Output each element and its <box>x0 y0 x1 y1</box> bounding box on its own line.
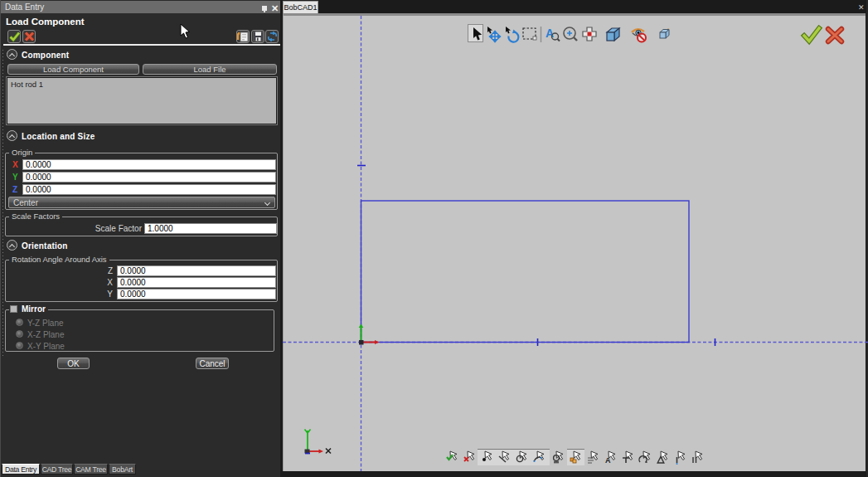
svg-text:A: A <box>605 456 611 465</box>
